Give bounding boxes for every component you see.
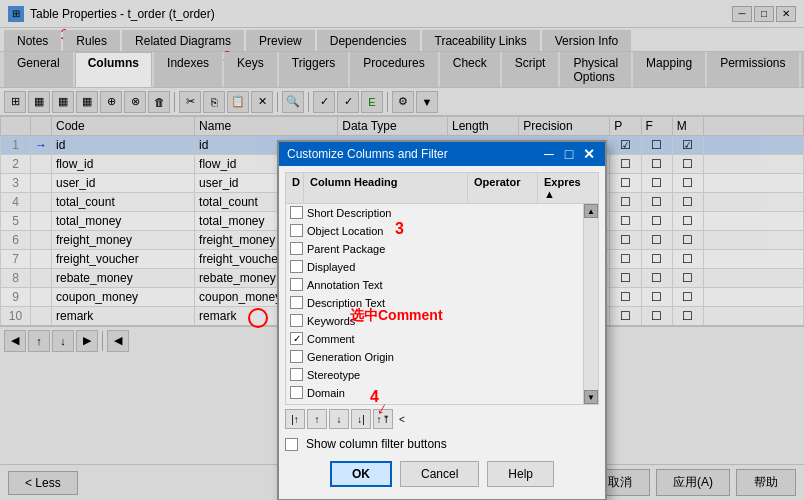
- item-label: Description Text: [307, 297, 385, 309]
- modal-column-headers: D Column Heading Operator Expres ▲: [285, 172, 599, 203]
- item-label: Keywords: [307, 315, 355, 327]
- move-down-btn[interactable]: ↓: [329, 409, 349, 429]
- scrollbar-up[interactable]: ▲: [584, 204, 598, 218]
- item-label: Annotation Text: [307, 279, 383, 291]
- modal-list-item[interactable]: Comment: [286, 330, 583, 348]
- modal-list-item[interactable]: Model: [286, 402, 583, 404]
- scrollbar-track: [584, 218, 598, 390]
- modal-list-item[interactable]: Short Description: [286, 204, 583, 222]
- modal-list-item[interactable]: Displayed: [286, 258, 583, 276]
- item-checkbox[interactable]: [290, 296, 303, 309]
- modal-list[interactable]: Short DescriptionObject LocationParent P…: [286, 204, 583, 404]
- item-checkbox[interactable]: [290, 386, 303, 399]
- modal-list-item[interactable]: Object Location: [286, 222, 583, 240]
- modal-list-item[interactable]: Description Text: [286, 294, 583, 312]
- item-label: Short Description: [307, 207, 391, 219]
- item-checkbox[interactable]: [290, 242, 303, 255]
- modal-help-btn[interactable]: Help: [487, 461, 554, 487]
- modal-th-expres: Expres ▲: [538, 173, 598, 203]
- modal-cancel-btn[interactable]: Cancel: [400, 461, 479, 487]
- item-checkbox[interactable]: [290, 368, 303, 381]
- modal-maximize-btn[interactable]: □: [561, 146, 577, 162]
- move-left-btn[interactable]: ↑⤒: [373, 409, 393, 429]
- modal-th-heading: Column Heading: [304, 173, 468, 203]
- item-checkbox[interactable]: [290, 224, 303, 237]
- modal-list-item[interactable]: Domain: [286, 384, 583, 402]
- item-checkbox[interactable]: [290, 332, 303, 345]
- modal-th-operator: Operator: [468, 173, 538, 203]
- item-label: Object Location: [307, 225, 383, 237]
- modal-th-d: D: [286, 173, 304, 203]
- item-checkbox[interactable]: [290, 350, 303, 363]
- modal-scrollbar[interactable]: ▲ ▼: [583, 204, 598, 404]
- item-label: Parent Package: [307, 243, 385, 255]
- modal-body: D Column Heading Operator Expres ▲ Short…: [279, 166, 605, 499]
- modal-title-bar: Customize Columns and Filter ─ □ ✕: [279, 142, 605, 166]
- item-label: Stereotype: [307, 369, 360, 381]
- item-checkbox[interactable]: [290, 278, 303, 291]
- modal-list-item[interactable]: Stereotype: [286, 366, 583, 384]
- modal-list-item[interactable]: Keywords: [286, 312, 583, 330]
- item-label: Comment: [307, 333, 355, 345]
- modal-list-item[interactable]: Parent Package: [286, 240, 583, 258]
- item-checkbox[interactable]: [290, 206, 303, 219]
- item-label: Generation Origin: [307, 351, 394, 363]
- item-checkbox[interactable]: [290, 260, 303, 273]
- move-top-btn[interactable]: |↑: [285, 409, 305, 429]
- modal-action-row: OK Cancel Help: [285, 455, 599, 493]
- item-label: Displayed: [307, 261, 355, 273]
- move-bottom-btn[interactable]: ↓|: [351, 409, 371, 429]
- show-filter-label: Show column filter buttons: [306, 437, 447, 451]
- modal-title-text: Customize Columns and Filter: [287, 147, 448, 161]
- modal-order-buttons: |↑ ↑ ↓ ↓| ↑⤒ <: [285, 405, 599, 433]
- show-filter-checkbox[interactable]: [285, 438, 298, 451]
- modal-list-area: Short DescriptionObject LocationParent P…: [285, 203, 599, 405]
- scroll-indicator: <: [399, 414, 405, 425]
- move-up-btn[interactable]: ↑: [307, 409, 327, 429]
- modal-minimize-btn[interactable]: ─: [541, 146, 557, 162]
- scrollbar-down[interactable]: ▼: [584, 390, 598, 404]
- modal-close-btn[interactable]: ✕: [581, 146, 597, 162]
- modal-list-item[interactable]: Generation Origin: [286, 348, 583, 366]
- page-wrapper: ⊞ Table Properties - t_order (t_order) ─…: [0, 0, 804, 500]
- item-checkbox[interactable]: [290, 314, 303, 327]
- modal-ok-btn[interactable]: OK: [330, 461, 392, 487]
- customize-columns-dialog: Customize Columns and Filter ─ □ ✕ D Col…: [277, 140, 607, 500]
- item-label: Domain: [307, 387, 345, 399]
- modal-list-item[interactable]: Annotation Text: [286, 276, 583, 294]
- modal-overlay: Customize Columns and Filter ─ □ ✕ D Col…: [0, 0, 804, 500]
- show-filter-area: Show column filter buttons: [285, 433, 599, 455]
